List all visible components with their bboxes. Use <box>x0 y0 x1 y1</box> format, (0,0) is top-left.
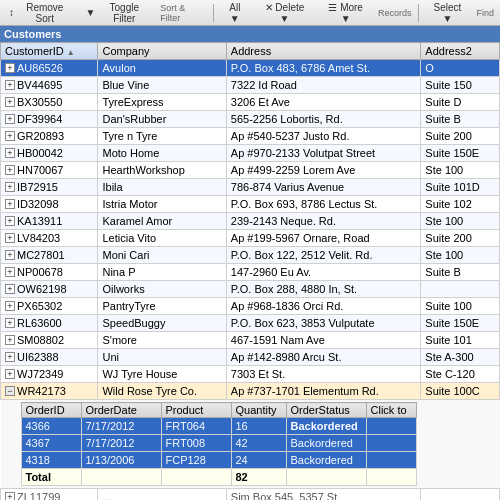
cell-address: P.O. Box 483, 6786 Amet St. <box>226 60 421 77</box>
cell-company: Avulon <box>98 60 226 77</box>
cell-customerid: + BX30550 <box>1 94 98 111</box>
expand-button[interactable]: + <box>5 131 15 141</box>
expand-button[interactable]: + <box>5 165 15 175</box>
subtable-row[interactable]: 4366 7/17/2012 FRT064 16 Backordered <box>21 418 416 435</box>
sub-cell-orderdate: 7/17/2012 <box>81 418 161 435</box>
toggle-filter-button[interactable]: ▼ Toggle Filter <box>81 2 157 24</box>
delete-button[interactable]: ✕ Delete ▼ <box>254 2 316 24</box>
cell-customerid: + AU86526 <box>1 60 98 77</box>
main-area: Customers CustomerID ▲ Company Address <box>0 26 500 500</box>
table-title: Customers <box>4 28 61 40</box>
table-row[interactable]: + IB72915 Ibila 786-874 Varius Avenue Su… <box>1 179 500 196</box>
table-row[interactable]: + DF39964 Dan'sRubber 565-2256 Lobortis,… <box>1 111 500 128</box>
sort-filter-label: Sort & Filter <box>158 3 209 23</box>
expand-button[interactable]: + <box>5 267 15 277</box>
cell-customerid: + BV44695 <box>1 77 98 94</box>
col-header-address[interactable]: Address <box>226 43 421 60</box>
col-header-orderid[interactable]: OrderID <box>21 403 81 418</box>
subtable-row: OrderID OrderDate Product <box>1 400 500 489</box>
expand-button[interactable]: + <box>5 97 15 107</box>
table-row[interactable]: + PX65302 PantryTyre Ap #968-1836 Orci R… <box>1 298 500 315</box>
col-header-company[interactable]: Company <box>98 43 226 60</box>
expand-button[interactable]: + <box>5 318 15 328</box>
sub-cell-clickto <box>366 418 416 435</box>
separator-1 <box>213 4 214 22</box>
table-row[interactable]: + HN70067 HearthWorkshop Ap #499-2259 Lo… <box>1 162 500 179</box>
orders-subtable: OrderID OrderDate Product <box>21 402 417 486</box>
total-quantity: 82 <box>231 469 286 486</box>
expand-button[interactable]: + <box>5 352 15 362</box>
table-header: CustomerID ▲ Company Address Address2 <box>1 43 500 60</box>
expand-button[interactable]: + <box>5 369 15 379</box>
customers-table: CustomerID ▲ Company Address Address2 <box>0 42 500 500</box>
table-row[interactable]: + BX30550 TyreExpress 3206 Et Ave Suite … <box>1 94 500 111</box>
table-row[interactable]: + AU86526 Avulon P.O. Box 483, 6786 Amet… <box>1 60 500 77</box>
col-header-quantity[interactable]: Quantity <box>231 403 286 418</box>
expand-button[interactable]: + <box>5 250 15 260</box>
remove-sort-button[interactable]: ↕ Remove Sort <box>4 2 79 24</box>
sub-cell-product: FRT064 <box>161 418 231 435</box>
table-wrapper[interactable]: Customers CustomerID ▲ Company Address <box>0 26 500 500</box>
col-header-orderdate[interactable]: OrderDate <box>81 403 161 418</box>
expand-button[interactable]: + <box>5 148 15 158</box>
table-row[interactable]: + LV84203 Leticia Vito Ap #199-5967 Orna… <box>1 230 500 247</box>
table-row[interactable]: + HB00042 Moto Home Ap #970-2133 Volutpa… <box>1 145 500 162</box>
col-header-address2[interactable]: Address2 <box>421 43 500 60</box>
expand-button[interactable]: + <box>5 335 15 345</box>
cell-address2: O <box>421 60 500 77</box>
col-header-customerid[interactable]: CustomerID ▲ <box>1 43 98 60</box>
expand-button[interactable]: + <box>5 199 15 209</box>
subtable-wrapper: OrderID OrderDate Product <box>1 400 500 488</box>
table-row[interactable]: + RL63600 SpeedBuggy P.O. Box 623, 3853 … <box>1 315 500 332</box>
table-row[interactable]: + KA13911 Karamel Amor 239-2143 Neque. R… <box>1 213 500 230</box>
sub-cell-orderid: 4366 <box>21 418 81 435</box>
expand-button[interactable]: + <box>5 80 15 90</box>
subtable-header: OrderID OrderDate Product <box>21 403 416 418</box>
expand-button[interactable]: + <box>5 233 15 243</box>
expand-button[interactable]: + <box>5 492 15 500</box>
table-row[interactable]: + ID32098 Istria Motor P.O. Box 693, 878… <box>1 196 500 213</box>
subtable-row[interactable]: 4367 7/17/2012 FRT008 42 Backordered <box>21 435 416 452</box>
expand-button[interactable]: + <box>5 216 15 226</box>
expand-button[interactable]: + <box>5 301 15 311</box>
expand-button[interactable]: + <box>5 182 15 192</box>
toolbar: ↕ Remove Sort ▼ Toggle Filter Sort & Fil… <box>0 0 500 26</box>
expand-button[interactable]: + <box>5 284 15 294</box>
table-row[interactable]: + UI62388 Uni Ap #142-8980 Arcu St. Ste … <box>1 349 500 366</box>
table-row[interactable]: + BV44695 Blue Vine 7322 Id Road Suite 1… <box>1 77 500 94</box>
table-row[interactable]: + GR20893 Tyre n Tyre Ap #540-5237 Justo… <box>1 128 500 145</box>
sort-arrow: ▲ <box>67 48 75 57</box>
separator-2 <box>418 4 419 22</box>
more-button[interactable]: ☰ More ▼ <box>317 2 374 24</box>
total-label: Total <box>21 469 81 486</box>
expand-button[interactable]: + <box>5 63 15 73</box>
subtable-total-row: Total 82 <box>21 469 416 486</box>
sub-cell-quantity: 16 <box>231 418 286 435</box>
table-body: + AU86526 Avulon P.O. Box 483, 6786 Amet… <box>1 60 500 501</box>
select-button[interactable]: Select ▼ <box>422 2 472 24</box>
collapse-button[interactable]: − <box>5 386 15 396</box>
table-row[interactable]: + SM08802 S'more 467-1591 Nam Ave Suite … <box>1 332 500 349</box>
find-label: Find <box>474 8 496 18</box>
all-button[interactable]: All ▼ <box>218 2 252 24</box>
col-header-clickto[interactable]: Click to <box>366 403 416 418</box>
col-header-product[interactable]: Product <box>161 403 231 418</box>
table-row[interactable]: + OW62198 Oilworks P.O. Box 288, 4880 In… <box>1 281 500 298</box>
records-label: Records <box>376 8 414 18</box>
table-row[interactable]: + WJ72349 WJ Tyre House 7303 Et St. Ste … <box>1 366 500 383</box>
table-row[interactable]: + MC27801 Moni Cari P.O. Box 122, 2512 V… <box>1 247 500 264</box>
subtable-row[interactable]: 4318 1/13/2006 FCP128 24 Backordered <box>21 452 416 469</box>
col-header-orderstatus[interactable]: OrderStatus <box>286 403 366 418</box>
remove-sort-icon: ↕ <box>9 7 14 18</box>
table-title-bar: Customers <box>0 26 500 42</box>
table-row-partial[interactable]: + ZL11799 ... Sim Box 545, 5357 St. <box>1 489 500 501</box>
toggle-filter-icon: ▼ <box>86 7 96 18</box>
expand-button[interactable]: + <box>5 114 15 124</box>
table-row[interactable]: + NP00678 Nina P 147-2960 Eu Av. Suite B <box>1 264 500 281</box>
sub-cell-status: Backordered <box>286 418 366 435</box>
subtable-body: 4366 7/17/2012 FRT064 16 Backordered <box>21 418 416 486</box>
table-row-expanded[interactable]: − WR42173 Wild Rose Tyre Co. Ap #737-170… <box>1 383 500 400</box>
